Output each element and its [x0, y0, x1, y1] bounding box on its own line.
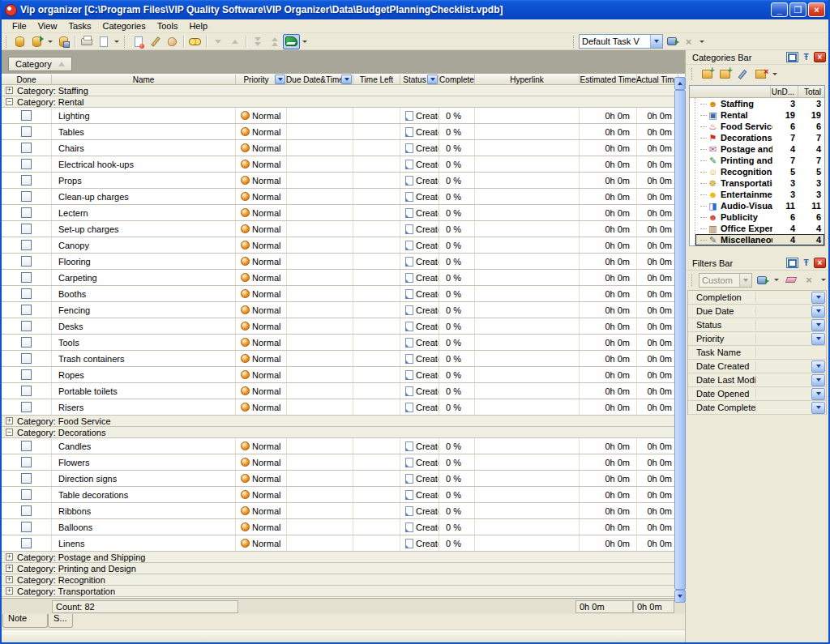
due-date-cell[interactable]	[287, 189, 353, 204]
due-date-cell[interactable]	[287, 335, 353, 350]
done-checkbox[interactable]	[21, 505, 32, 516]
category-item-food-service[interactable]: ♨ Food Service 6 6	[695, 121, 824, 132]
done-checkbox[interactable]	[21, 369, 32, 380]
categories-close-button[interactable]: ×	[814, 52, 826, 62]
due-date-cell[interactable]	[287, 270, 353, 285]
bottom-tab-s[interactable]: S...	[48, 612, 73, 628]
hyperlink-cell[interactable]	[475, 399, 580, 415]
due-date-cell[interactable]	[287, 454, 353, 470]
task-row[interactable]: Canopy Normal Create 0 % 0h 0m 0h 0m	[2, 237, 685, 254]
hyperlink-cell[interactable]	[475, 535, 580, 551]
done-checkbox[interactable]	[21, 353, 32, 364]
done-checkbox[interactable]	[21, 126, 32, 137]
due-date-cell[interactable]	[287, 487, 353, 502]
apply-filter-button[interactable]	[754, 272, 770, 288]
save-database-button[interactable]	[55, 34, 72, 49]
hyperlink-cell[interactable]	[475, 205, 580, 220]
undone-column-header[interactable]: UnD...	[771, 86, 798, 97]
category-item-audio-visual[interactable]: ◨ Audio-Visual 11 11	[695, 200, 824, 211]
task-row[interactable]: Risers Normal Create 0 % 0h 0m 0h 0m	[2, 399, 685, 416]
due-date-cell[interactable]	[287, 519, 353, 535]
print-button[interactable]	[78, 34, 95, 49]
due-date-cell[interactable]	[287, 108, 353, 123]
due-date-cell[interactable]	[287, 237, 353, 253]
filter-row-completion[interactable]: Completion	[688, 291, 826, 305]
task-row[interactable]: Lectern Normal Create 0 % 0h 0m 0h 0m	[2, 205, 685, 221]
task-row[interactable]: Desks Normal Create 0 % 0h 0m 0h 0m	[2, 318, 685, 335]
task-view-dropdown-icon[interactable]	[650, 35, 662, 48]
column-header-name[interactable]: Name	[52, 75, 236, 84]
categories-pin-icon[interactable]: Ŧ	[800, 52, 812, 62]
done-checkbox[interactable]	[21, 240, 32, 250]
category-item-decorations[interactable]: ⚑ Decorations 7 7	[695, 132, 824, 143]
menu-item-help[interactable]: Help	[183, 20, 213, 32]
due-date-cell[interactable]	[287, 438, 353, 454]
category-band[interactable]: + Category: Postage and Shipping	[2, 552, 685, 563]
group-by-category-chip[interactable]: Category	[8, 57, 72, 71]
done-checkbox[interactable]	[21, 305, 32, 315]
filters-pin-icon[interactable]: Ŧ	[800, 258, 812, 268]
scroll-down-icon[interactable]	[674, 590, 686, 603]
category-item-publicity[interactable]: ☻ Publicity 6 6	[695, 211, 824, 223]
menu-item-tools[interactable]: Tools	[152, 20, 184, 32]
category-item-rental[interactable]: ▣ Rental 19 19	[695, 109, 824, 121]
due-date-cell[interactable]	[287, 173, 353, 188]
clear-filter-button[interactable]	[783, 272, 799, 288]
done-checkbox[interactable]	[21, 337, 32, 348]
edit-category-button[interactable]	[734, 66, 751, 82]
category-item-transportatio[interactable]: ☸ Transportatio 3 3	[695, 177, 824, 189]
scroll-up-icon[interactable]	[674, 77, 686, 90]
done-checkbox[interactable]	[21, 288, 32, 299]
filters-float-button[interactable]	[786, 258, 798, 268]
notes-panel-button[interactable]	[283, 34, 300, 49]
done-checkbox[interactable]	[21, 272, 32, 283]
category-item-entertainmen[interactable]: ☻ Entertainmen 3 3	[695, 189, 824, 200]
column-header-hyperlink[interactable]: Hyperlink	[475, 75, 580, 84]
hyperlink-cell[interactable]	[475, 140, 580, 156]
done-checkbox[interactable]	[21, 441, 32, 451]
filter-dropdown-icon[interactable]	[811, 319, 825, 331]
drag-task-button[interactable]	[164, 34, 181, 49]
hyperlink-cell[interactable]	[475, 124, 580, 139]
category-band[interactable]: + Category: Food Service	[2, 416, 685, 427]
add-category-button[interactable]	[699, 66, 715, 82]
menu-item-categories[interactable]: Categories	[97, 20, 152, 32]
edit-task-button[interactable]	[147, 34, 164, 49]
hyperlink-cell[interactable]	[475, 383, 580, 399]
due-date-cell[interactable]	[287, 221, 353, 237]
task-row[interactable]: Ribbons Normal Create 0 % 0h 0m 0h 0m	[2, 503, 685, 519]
new-database-button[interactable]	[11, 34, 28, 49]
category-item-staffing[interactable]: ☻ Staffing 3 3	[695, 98, 824, 109]
menu-item-tasks[interactable]: Tasks	[62, 20, 96, 32]
hyperlink-cell[interactable]	[475, 503, 580, 518]
expander-icon[interactable]: +	[6, 587, 13, 595]
due-date-cell[interactable]	[287, 205, 353, 220]
column-filter-dropdown-icon[interactable]	[275, 75, 285, 84]
task-row[interactable]: Carpeting Normal Create 0 % 0h 0m 0h 0m	[2, 270, 685, 286]
new-task-button[interactable]	[130, 34, 147, 49]
column-header-actual-time[interactable]: Actual Time	[637, 75, 678, 84]
filters-overflow-caret[interactable]	[821, 279, 826, 281]
task-row[interactable]: Booths Normal Create 0 % 0h 0m 0h 0m	[2, 286, 685, 302]
due-date-cell[interactable]	[287, 503, 353, 518]
column-header-time-left[interactable]: Time Left	[353, 75, 400, 84]
due-date-cell[interactable]	[287, 351, 353, 366]
scrollbar-thumb[interactable]	[674, 90, 686, 590]
task-view-select[interactable]: Default Task V	[579, 34, 663, 49]
minimize-button[interactable]: _	[771, 2, 788, 17]
due-date-cell[interactable]	[287, 124, 353, 139]
filter-row-date-completed[interactable]: Date Completed	[688, 401, 826, 415]
filter-dropdown-icon[interactable]	[811, 388, 825, 400]
expander-icon[interactable]: −	[6, 429, 13, 436]
view-dropdown-caret[interactable]	[700, 41, 704, 43]
hyperlink-cell[interactable]	[475, 487, 580, 502]
task-row[interactable]: Clean-up charges Normal Create 0 % 0h 0m…	[2, 189, 685, 205]
delete-filter-button[interactable]	[801, 272, 817, 288]
due-date-cell[interactable]	[287, 399, 353, 415]
open-dropdown-caret[interactable]	[48, 41, 53, 43]
filter-dropdown-icon[interactable]	[811, 333, 825, 345]
task-row[interactable]: Trash containers Normal Create 0 % 0h 0m…	[2, 351, 685, 367]
task-row[interactable]: Flooring Normal Create 0 % 0h 0m 0h 0m	[2, 254, 685, 270]
due-date-cell[interactable]	[287, 318, 353, 334]
move-up-button[interactable]	[226, 34, 243, 49]
